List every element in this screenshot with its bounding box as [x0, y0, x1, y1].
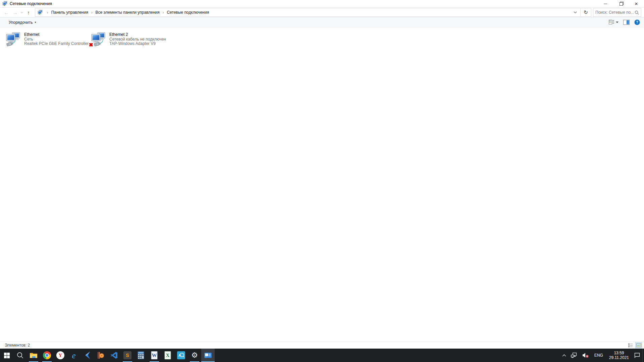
search-icon: [17, 352, 23, 359]
chevron-up-icon: [562, 354, 566, 357]
address-bar[interactable]: › Панель управления › Все элементы панел…: [35, 8, 591, 17]
connection-item-ethernet[interactable]: Ethernet Сеть Realtek PCIe GbE Family Co…: [5, 32, 82, 48]
back-button[interactable]: ←: [2, 8, 11, 17]
calculator-icon: [137, 351, 145, 359]
internet-explorer-icon: e: [72, 351, 75, 360]
show-desktop-button[interactable]: [642, 349, 644, 362]
blue-arrow-app-icon: [84, 352, 91, 359]
breadcrumb-separator: ›: [89, 10, 95, 14]
chevron-down-icon: ▾: [35, 21, 36, 24]
taskbar-blue-arrow-app-button[interactable]: [80, 349, 94, 362]
refresh-button[interactable]: ↻: [580, 8, 591, 16]
word-icon: W: [151, 351, 158, 359]
search-box[interactable]: [593, 8, 641, 17]
clock-time: 13:59: [609, 351, 629, 355]
breadcrumb-network-connections[interactable]: Сетевые подключения: [166, 9, 210, 15]
title-bar: Сетевые подключения ✕: [0, 0, 644, 7]
taskbar-internet-explorer-button[interactable]: e: [67, 349, 80, 362]
navigation-bar: ← → ↑ › Панель управления › Все элементы…: [0, 7, 644, 17]
minimize-button[interactable]: [598, 0, 613, 7]
breadcrumb-separator: ›: [160, 10, 166, 14]
recent-pages-dropdown[interactable]: [19, 8, 24, 17]
views-icon: [609, 20, 614, 25]
speaker-muted-icon: [582, 353, 589, 358]
taskbar-file-explorer-button[interactable]: [27, 349, 40, 362]
address-dropdown-button[interactable]: [570, 8, 580, 16]
connection-name: Ethernet 2: [109, 33, 166, 37]
taskbar-yandex-browser-button[interactable]: Y: [54, 349, 67, 362]
help-button[interactable]: ?: [634, 19, 640, 25]
clock-date: 29.11.2021: [609, 355, 629, 360]
connection-item-ethernet2[interactable]: ✖ Ethernet 2 Сетевой кабель не подключен…: [90, 32, 167, 48]
tray-expand-button[interactable]: [560, 349, 569, 362]
svg-text:X: X: [166, 353, 170, 358]
taskbar: Y e S: [0, 349, 644, 362]
status-bar: Элементов: 2: [0, 341, 644, 349]
sublime-text-icon: S: [123, 351, 131, 359]
image-viewer-icon: A: [177, 351, 185, 359]
search-icon: [635, 10, 639, 15]
close-icon: ✕: [635, 2, 638, 6]
breadcrumb-separator: ›: [45, 10, 51, 14]
taskbar-orange-app-button[interactable]: [94, 349, 107, 362]
settings-gear-icon: ⚙: [191, 352, 198, 359]
preview-pane-icon: [623, 20, 630, 25]
language-indicator[interactable]: ENG: [591, 353, 606, 358]
yandex-letter: Y: [59, 353, 62, 358]
svg-text:S: S: [126, 353, 129, 358]
taskbar-calculator-button[interactable]: [134, 349, 148, 362]
taskbar-network-connections-button[interactable]: [201, 349, 215, 362]
chevron-down-icon: [616, 21, 619, 23]
chevron-down-icon: [574, 11, 577, 13]
ethernet-network-icon: [571, 353, 578, 358]
organize-label: Упорядочить: [9, 20, 33, 25]
taskbar-sublime-text-button[interactable]: S: [121, 349, 134, 362]
minimize-icon: [604, 4, 607, 4]
change-view-button[interactable]: [609, 20, 619, 25]
orange-app-icon: [97, 352, 104, 359]
connection-name: Ethernet: [24, 33, 89, 37]
svg-text:?: ?: [636, 20, 638, 24]
taskbar-settings-button[interactable]: ⚙: [188, 349, 201, 362]
taskbar-image-viewer-button[interactable]: A: [174, 349, 188, 362]
taskbar-word-button[interactable]: W: [148, 349, 161, 362]
connection-device: Realtek PCIe GbE Family Controller: [24, 42, 89, 46]
breadcrumb-all-items[interactable]: Все элементы панели управления: [95, 9, 160, 15]
details-view-button[interactable]: [627, 342, 634, 348]
disconnected-icon: ✖: [89, 42, 93, 48]
up-button[interactable]: ↑: [24, 8, 33, 17]
windows-logo-icon: [4, 353, 10, 358]
file-explorer-icon: [30, 352, 38, 359]
breadcrumb-control-panel[interactable]: Панель управления: [51, 9, 89, 15]
close-button[interactable]: ✕: [629, 0, 644, 7]
organize-button[interactable]: Упорядочить ▾: [7, 19, 38, 26]
tray-network-button[interactable]: [569, 349, 580, 362]
preview-pane-button[interactable]: [623, 20, 630, 25]
network-connections-window-icon: [204, 352, 212, 359]
excel-icon: X: [164, 351, 171, 359]
help-icon: ?: [634, 19, 640, 25]
items-count-label: Элементов: 2: [5, 343, 30, 348]
taskbar-chrome-button[interactable]: [40, 349, 54, 362]
taskbar-excel-button[interactable]: X: [161, 349, 174, 362]
network-connections-icon: [2, 1, 8, 6]
large-icons-view-icon: [636, 343, 641, 347]
chrome-icon: [43, 351, 51, 359]
details-view-icon: [628, 343, 633, 347]
command-bar: Упорядочить ▾: [0, 17, 644, 27]
action-center-icon: [634, 353, 640, 358]
svg-text:W: W: [152, 353, 157, 358]
clock[interactable]: 13:59 29.11.2021: [606, 351, 632, 360]
taskbar-vscode-button[interactable]: [107, 349, 121, 362]
system-tray: ENG 13:59 29.11.2021: [560, 349, 644, 362]
search-input[interactable]: [595, 10, 635, 15]
forward-button[interactable]: →: [11, 8, 19, 17]
tray-volume-button[interactable]: [580, 349, 591, 362]
restore-button[interactable]: [613, 0, 629, 7]
taskbar-search-button[interactable]: [13, 349, 27, 362]
start-button[interactable]: [0, 349, 13, 362]
large-icons-view-button[interactable]: [635, 342, 642, 348]
action-center-button[interactable]: [632, 349, 642, 362]
connection-device: TAP-Windows Adapter V9: [109, 42, 166, 46]
file-list-area[interactable]: Ethernet Сеть Realtek PCIe GbE Family Co…: [0, 27, 644, 341]
